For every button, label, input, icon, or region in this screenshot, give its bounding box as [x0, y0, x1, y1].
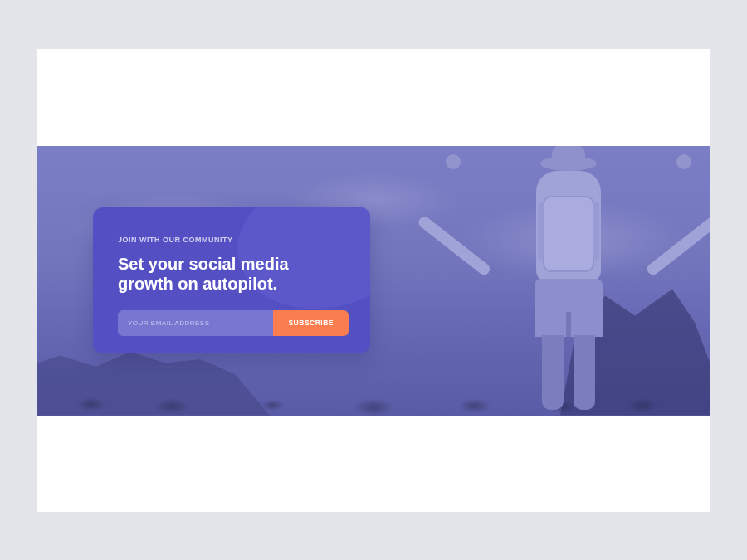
- subscribe-form: SUBSCRIBE: [118, 310, 349, 336]
- card-eyebrow: JOIN WITH OUR COMMUNITY: [118, 236, 345, 244]
- hero-section: JOIN WITH OUR COMMUNITY Set your social …: [37, 146, 710, 416]
- card-headline: Set your social media growth on autopilo…: [118, 254, 345, 294]
- headline-line-2: growth on autopilot.: [118, 275, 277, 293]
- subscribe-button[interactable]: SUBSCRIBE: [273, 310, 349, 336]
- page-wrapper: JOIN WITH OUR COMMUNITY Set your social …: [37, 49, 710, 512]
- subscribe-card: JOIN WITH OUR COMMUNITY Set your social …: [93, 207, 370, 353]
- email-input[interactable]: [118, 310, 273, 336]
- headline-line-1: Set your social media: [118, 255, 289, 273]
